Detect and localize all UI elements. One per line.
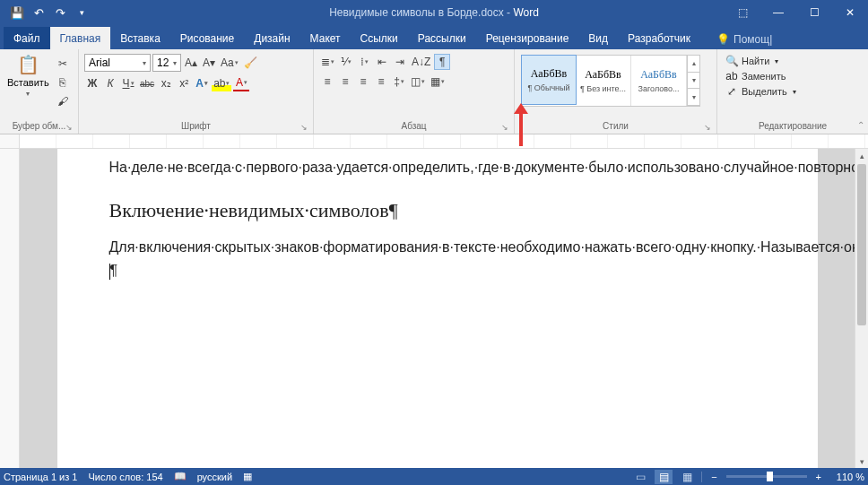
vertical-scrollbar[interactable]: ▴ ▾ <box>855 149 868 468</box>
replace-button[interactable]: abЗаменить <box>723 69 788 83</box>
vertical-ruler[interactable] <box>0 149 20 468</box>
clear-formatting[interactable]: 🧹 <box>242 55 259 71</box>
scroll-up[interactable]: ▴ <box>855 149 868 162</box>
page-indicator[interactable]: Страница 1 из 1 <box>4 472 77 482</box>
collapse-ribbon[interactable]: ⌃ <box>857 120 864 130</box>
increase-indent[interactable]: ⇥ <box>392 54 408 70</box>
view-read[interactable]: ▭ <box>631 470 649 484</box>
subscript-button[interactable]: x₂ <box>158 75 174 91</box>
save-button[interactable]: 💾 <box>7 3 27 22</box>
paragraph[interactable]: Для·включения·скрытых·знаков·форматирова… <box>109 238 766 257</box>
numbering-button[interactable]: ⅟ <box>338 54 354 70</box>
show-hide-pilcrow[interactable]: ¶ <box>434 54 450 70</box>
minimize-button[interactable]: — <box>760 0 796 25</box>
macro-icon[interactable]: ▦ <box>243 471 252 482</box>
borders[interactable]: ▦ <box>429 74 447 90</box>
scroll-down[interactable]: ▾ <box>855 455 868 468</box>
tab-review[interactable]: Рецензирование <box>476 27 579 49</box>
strikethrough-button[interactable]: abc <box>138 75 156 91</box>
heading[interactable]: Включение·невидимых·символов¶ <box>109 197 766 224</box>
find-button[interactable]: 🔍Найти▾ <box>723 54 781 68</box>
tab-file[interactable]: Файл <box>4 27 50 49</box>
maximize-button[interactable]: ☐ <box>796 0 832 25</box>
ruler-scale[interactable] <box>20 134 868 148</box>
proofing-icon[interactable]: 📖 <box>174 471 187 482</box>
zoom-in[interactable]: + <box>812 472 825 482</box>
close-button[interactable]: ✕ <box>832 0 868 25</box>
tab-design[interactable]: Дизайн <box>244 27 299 49</box>
justify[interactable]: ≡ <box>373 74 389 90</box>
window-title: Невидимые символы в Борде.docx - Word <box>329 6 539 19</box>
tab-mailings[interactable]: Рассылки <box>408 27 476 49</box>
replace-icon: ab <box>725 70 738 82</box>
tab-layout[interactable]: Макет <box>300 27 351 49</box>
language-indicator[interactable]: русский <box>197 472 232 482</box>
paragraph[interactable]: ¶ <box>109 261 766 281</box>
zoom-level[interactable]: 110 % <box>830 472 864 482</box>
gallery-down[interactable]: ▾ <box>688 73 699 90</box>
search-icon: 🔍 <box>725 55 738 67</box>
cut-button[interactable]: ✂ <box>55 56 71 72</box>
gallery-scroll: ▴ ▾ ▾ <box>687 56 699 106</box>
gallery-more[interactable]: ▾ <box>688 89 699 106</box>
grow-font[interactable]: A▴ <box>183 55 199 71</box>
style-no-spacing[interactable]: АаБбВв ¶ Без инте... <box>576 56 631 106</box>
decrease-indent[interactable]: ⇤ <box>374 54 390 70</box>
align-right[interactable]: ≡ <box>355 74 371 90</box>
paragraph[interactable]: На·деле·не·всегда·с·первого·раза·удается… <box>109 158 766 178</box>
style-normal[interactable]: АаБбВв ¶ Обычный <box>521 55 577 105</box>
font-name-select[interactable]: Arial▾ <box>84 54 151 72</box>
italic-button[interactable]: К <box>102 75 118 91</box>
dialog-launcher[interactable]: ↘ <box>704 123 711 132</box>
shrink-font[interactable]: A▾ <box>201 55 217 71</box>
bullets-button[interactable]: ≣ <box>319 54 336 70</box>
font-size-select[interactable]: 12▾ <box>152 54 181 72</box>
font-color[interactable]: A <box>233 75 249 91</box>
page[interactable]: На·деле·не·всегда·с·первого·раза·удается… <box>57 149 818 468</box>
underline-button[interactable]: Ч <box>120 75 136 91</box>
paste-button[interactable]: 📋 Вставить ▾ <box>4 52 53 100</box>
group-styles: АаБбВв ¶ Обычный АаБбВв ¶ Без инте... Аа… <box>515 49 717 134</box>
line-spacing[interactable]: ‡ <box>391 74 407 90</box>
zoom-out[interactable]: − <box>707 472 720 482</box>
tab-home[interactable]: Главная <box>50 27 111 49</box>
highlight-button[interactable]: ab <box>212 75 231 91</box>
tab-draw[interactable]: Рисование <box>170 27 244 49</box>
multilevel-button[interactable]: ⁞ <box>356 54 372 70</box>
undo-button[interactable]: ↶ <box>29 3 48 22</box>
superscript-button[interactable]: x² <box>176 75 192 91</box>
zoom-slider[interactable] <box>726 475 807 478</box>
view-print[interactable]: ▤ <box>655 470 673 484</box>
align-left[interactable]: ≡ <box>319 74 335 90</box>
document-viewport[interactable]: На·деле·не·всегда·с·первого·раза·удается… <box>20 149 855 468</box>
redo-button[interactable]: ↷ <box>50 3 70 22</box>
tab-insert[interactable]: Вставка <box>110 27 170 49</box>
dialog-launcher[interactable]: ↘ <box>501 123 508 132</box>
scroll-thumb[interactable] <box>857 164 866 325</box>
view-web[interactable]: ▦ <box>678 470 696 484</box>
tab-references[interactable]: Ссылки <box>351 27 408 49</box>
change-case[interactable]: Aa <box>219 55 240 71</box>
tell-me-search[interactable]: 💡 Помощ| <box>709 30 779 49</box>
dialog-launcher[interactable]: ↘ <box>300 123 308 132</box>
sort-button[interactable]: A↓Z <box>410 54 432 70</box>
gallery-up[interactable]: ▴ <box>688 56 699 73</box>
style-heading1[interactable]: АаБбВв Заголово... <box>631 56 687 106</box>
word-count[interactable]: Число слов: 154 <box>88 472 162 482</box>
horizontal-ruler[interactable] <box>0 134 868 149</box>
dialog-launcher[interactable]: ↘ <box>65 123 73 132</box>
ribbon-display-options[interactable]: ⬚ <box>725 0 760 25</box>
tab-view[interactable]: Вид <box>578 27 618 49</box>
tab-developer[interactable]: Разработчик <box>618 27 700 49</box>
styles-gallery: АаБбВв ¶ Обычный АаБбВв ¶ Без инте... Аа… <box>521 55 700 107</box>
qat-customize[interactable]: ▾ <box>72 3 91 22</box>
shading[interactable]: ◫ <box>409 74 427 90</box>
copy-button[interactable]: ⎘ <box>55 74 71 91</box>
format-painter[interactable]: 🖌 <box>55 93 71 109</box>
zoom-thumb[interactable] <box>767 472 773 481</box>
align-center[interactable]: ≡ <box>337 74 353 90</box>
text-effects[interactable]: A <box>194 75 210 91</box>
group-label: Буфер обм...↘ <box>4 119 74 134</box>
bold-button[interactable]: Ж <box>84 75 100 91</box>
select-button[interactable]: ⤢Выделить▾ <box>723 84 799 99</box>
